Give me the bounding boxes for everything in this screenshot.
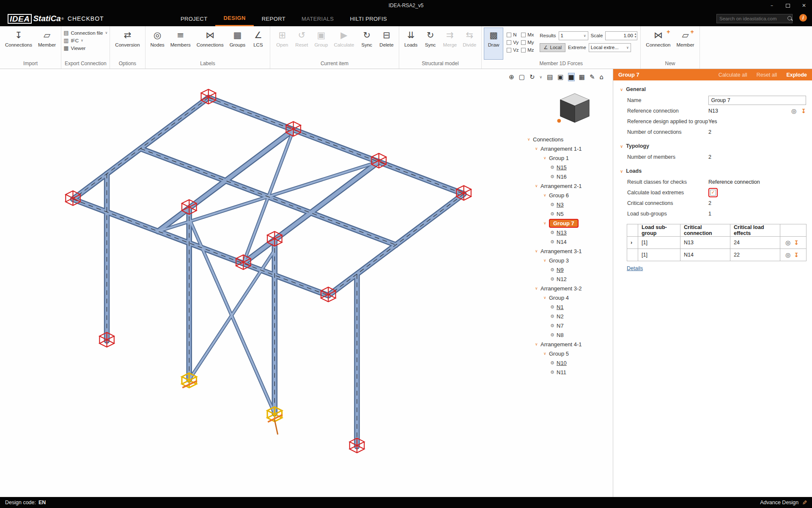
search-icon[interactable]	[787, 16, 790, 22]
tree-item-group-1[interactable]: ∨Group 1	[527, 153, 608, 163]
tree-item-n12[interactable]: ⚙N12	[527, 274, 608, 284]
component-mx[interactable]: Mx	[521, 31, 535, 39]
orbit-icon[interactable]: ↻	[529, 73, 535, 81]
import-loads-icon[interactable]: ↧	[794, 251, 799, 258]
chevron-down-icon[interactable]: ∨	[540, 75, 543, 79]
info-button[interactable]: i	[799, 14, 807, 22]
chevron-expanded-icon[interactable]: ∨	[543, 295, 549, 300]
tree-item-n9[interactable]: ⚙N9	[527, 265, 608, 274]
tab-report[interactable]: REPORT	[254, 11, 294, 26]
set-reference-icon[interactable]: ◎	[785, 239, 790, 246]
chevron-expanded-icon[interactable]: ∨	[620, 144, 623, 149]
component-n[interactable]: N	[507, 31, 521, 39]
view-solid-icon[interactable]: ■	[568, 73, 574, 81]
tree-item-n13[interactable]: ⚙N13	[527, 228, 608, 237]
tree-item-n11[interactable]: ⚙N11	[527, 367, 608, 377]
chevron-expanded-icon[interactable]: ∨	[543, 351, 549, 356]
set-reference-icon[interactable]: ◎	[785, 251, 790, 258]
component-mz[interactable]: Mz	[521, 46, 535, 54]
tree-item-n3[interactable]: ⚙N3	[527, 200, 608, 209]
chevron-expanded-icon[interactable]: ∨	[535, 342, 540, 346]
tab-hilti-profis[interactable]: HILTI PROFIS	[342, 11, 395, 26]
tree-item-n10[interactable]: ⚙N10	[527, 358, 608, 367]
minimize-button[interactable]: –	[764, 0, 780, 11]
conversion-button[interactable]: ⇄ Conversion	[112, 28, 143, 60]
tree-item-group-7[interactable]: ∨Group 7	[527, 218, 608, 228]
viewer-button[interactable]: ▦ Viewer	[63, 45, 107, 51]
tree-item-n14[interactable]: ⚙N14	[527, 237, 608, 246]
row-expander[interactable]	[627, 249, 638, 261]
calculate-load-extremes-checkbox[interactable]: ✓	[710, 190, 716, 196]
3d-viewport[interactable]: ⊕▢↻∨▤▣■▦✎⌂ ∨Connections∨Arrangement 1-1∨…	[0, 69, 613, 497]
chevron-expanded-icon[interactable]: ∨	[535, 249, 540, 253]
close-button[interactable]: ✕	[796, 0, 812, 11]
sync-model-button[interactable]: ↻ Sync	[421, 28, 440, 60]
labels-groups-button[interactable]: ▦ Groups	[227, 28, 249, 60]
details-link[interactable]: Details	[627, 265, 643, 271]
import-loads-icon[interactable]: ↧	[794, 239, 799, 246]
tree-item-n8[interactable]: ⚙N8	[527, 330, 608, 340]
tree-item-group-5[interactable]: ∨Group 5	[527, 349, 608, 358]
explode-button[interactable]: Explode	[786, 72, 807, 78]
spin-down-icon[interactable]: ▾	[635, 36, 636, 39]
tree-item-arrangement-2-1[interactable]: ∨Arrangement 2-1	[527, 181, 608, 190]
new-member-button[interactable]: + ▱ Member	[674, 28, 697, 60]
import-design-icon[interactable]: ↧	[801, 108, 806, 114]
tree-item-n16[interactable]: ⚙N16	[527, 172, 608, 181]
tree-item-group-3[interactable]: ∨Group 3	[527, 256, 608, 265]
chevron-expanded-icon[interactable]: ∨	[543, 221, 549, 225]
home-view-icon[interactable]: ⌂	[599, 73, 604, 81]
draw-button[interactable]: ▩ Draw	[484, 28, 503, 60]
loads-button[interactable]: ⇊ Loads	[401, 28, 421, 60]
sync-current-button[interactable]: ↻ Sync	[357, 28, 376, 60]
render-settings-icon[interactable]: ✎	[590, 73, 595, 81]
tree-item-n7[interactable]: ⚙N7	[527, 321, 608, 330]
tree-item-arrangement-4-1[interactable]: ∨Arrangement 4-1	[527, 340, 608, 349]
row-expander[interactable]: ›	[627, 237, 638, 249]
tab-design[interactable]: DESIGN	[215, 11, 253, 26]
chevron-expanded-icon[interactable]: ∨	[535, 146, 540, 151]
name-input[interactable]	[708, 96, 806, 105]
tree-item-n5[interactable]: ⚙N5	[527, 209, 608, 218]
extreme-select[interactable]: Local extre... ∨	[589, 43, 631, 52]
connection-file-button[interactable]: ▤ Connection file ∨	[63, 30, 107, 36]
tree-item-n15[interactable]: ⚙N15	[527, 163, 608, 172]
component-vz[interactable]: Vz	[507, 46, 521, 54]
chevron-expanded-icon[interactable]: ∨	[543, 193, 549, 197]
view-transparent-icon[interactable]: ▦	[579, 73, 585, 81]
ifc-button[interactable]: ▥ IFC ∨	[63, 37, 107, 44]
component-vy[interactable]: Vy	[507, 39, 521, 46]
chevron-expanded-icon[interactable]: ∨	[527, 137, 533, 141]
tree-item-group-6[interactable]: ∨Group 6	[527, 190, 608, 200]
advance-design-link[interactable]: Advance Design ✎	[760, 499, 807, 506]
chevron-expanded-icon[interactable]: ∨	[535, 286, 540, 290]
set-reference-icon[interactable]: ◎	[791, 108, 796, 114]
tree-item-n1[interactable]: ⚙N1	[527, 302, 608, 312]
calculate-all-button[interactable]: Calculate all	[719, 72, 747, 78]
navigation-cube[interactable]	[556, 91, 593, 126]
labels-connections-button[interactable]: ⋈ Connections	[194, 28, 227, 60]
labels-lcs-button[interactable]: ∠ LCS	[248, 28, 268, 60]
chevron-expanded-icon[interactable]: ∨	[620, 169, 623, 174]
local-button[interactable]: ∠ Local	[540, 43, 565, 52]
view-clip-box-icon[interactable]: ▤	[547, 73, 553, 81]
zoom-fit-icon[interactable]: ▢	[519, 73, 525, 81]
scale-input[interactable]: 1.00 ▴▾	[605, 31, 637, 40]
tree-item-arrangement-3-2[interactable]: ∨Arrangement 3-2	[527, 284, 608, 293]
reset-all-button[interactable]: Reset all	[757, 72, 777, 78]
tree-item-connections[interactable]: ∨Connections	[527, 135, 608, 144]
import-member-button[interactable]: ▱ Member	[35, 28, 59, 60]
labels-members-button[interactable]: ≡ Members	[167, 28, 194, 60]
tree-item-group-4[interactable]: ∨Group 4	[527, 293, 608, 302]
results-select[interactable]: 1 ∨	[559, 31, 588, 40]
chevron-expanded-icon[interactable]: ∨	[620, 87, 623, 92]
tab-project[interactable]: PROJECT	[173, 11, 215, 26]
tree-item-n2[interactable]: ⚙N2	[527, 312, 608, 321]
search-input[interactable]	[717, 16, 787, 21]
delete-button[interactable]: ⊟ Delete	[376, 28, 396, 60]
view-wireframe-icon[interactable]: ▣	[557, 73, 563, 81]
tree-item-arrangement-3-1[interactable]: ∨Arrangement 3-1	[527, 246, 608, 256]
chevron-expanded-icon[interactable]: ∨	[543, 258, 549, 262]
tree-item-arrangement-1-1[interactable]: ∨Arrangement 1-1	[527, 144, 608, 153]
import-connections-button[interactable]: ↧ Connections	[2, 28, 35, 60]
